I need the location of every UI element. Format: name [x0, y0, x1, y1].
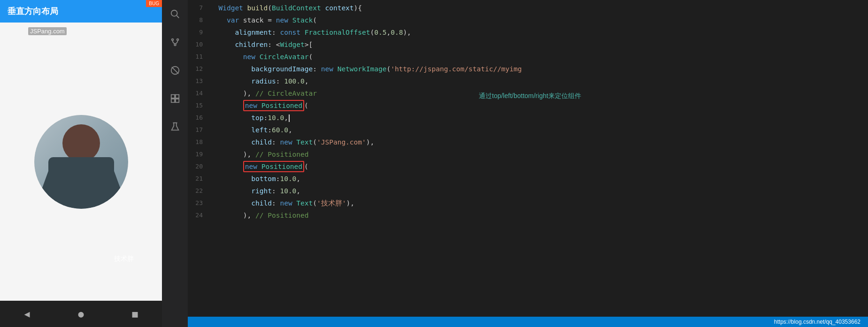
- new-positioned-highlight: new Positioned: [243, 161, 304, 172]
- line-content: child: new Text('技术胖'),: [210, 197, 868, 209]
- line-content: new CircleAvatar(: [210, 51, 868, 63]
- tech-label: 技术胖: [114, 255, 134, 263]
- line-content: new Positioned(: [210, 99, 868, 112]
- back-button[interactable]: ◀: [24, 308, 30, 319]
- table-row: 7 Widget build(BuildContext context){: [188, 2, 868, 14]
- extensions-icon[interactable]: [166, 89, 184, 108]
- line-content: right: 10.0,: [210, 185, 868, 197]
- table-row: 22 right: 10.0,: [188, 185, 868, 197]
- avatar-circle: [34, 115, 128, 209]
- svg-point-0: [171, 10, 177, 16]
- line-content: Widget build(BuildContext context){: [210, 2, 868, 14]
- table-row: 24 ), // Positioned: [188, 209, 868, 221]
- home-button[interactable]: ●: [78, 308, 84, 319]
- line-number: 12: [188, 63, 210, 75]
- line-number: 11: [188, 51, 210, 63]
- line-content: radius: 100.0,: [210, 75, 868, 87]
- svg-rect-9: [171, 99, 174, 102]
- code-editor: 7 Widget build(BuildContext context){8 v…: [188, 0, 868, 327]
- bug-badge: BUG: [146, 0, 162, 7]
- jspang-label: JSPang.com: [28, 27, 67, 35]
- line-number: 9: [188, 26, 210, 38]
- line-number: 16: [188, 112, 210, 124]
- line-number: 8: [188, 14, 210, 26]
- line-number: 17: [188, 124, 210, 136]
- new-positioned-highlight: new Positioned: [243, 100, 304, 111]
- svg-point-2: [171, 39, 173, 41]
- line-number: 14: [188, 87, 210, 99]
- phone-header: 垂直方向布局 BUG: [0, 0, 162, 23]
- svg-rect-8: [175, 95, 178, 98]
- line-number: 10: [188, 38, 210, 51]
- phone-nav: ◀ ● ■: [0, 301, 162, 327]
- svg-line-1: [177, 15, 179, 18]
- line-number: 22: [188, 185, 210, 197]
- line-number: 7: [188, 2, 210, 14]
- person-silhouette: [34, 115, 128, 209]
- status-bar: https://blog.csdn.net/qq_40353662: [188, 317, 868, 327]
- phone-title: 垂直方向布局: [8, 6, 58, 17]
- table-row: 21 bottom:10.0,: [188, 173, 868, 185]
- line-content: ), // Positioned: [210, 148, 868, 160]
- table-row: 13 radius: 100.0,: [188, 75, 868, 87]
- flask-icon[interactable]: [166, 117, 184, 136]
- source-control-icon[interactable]: [166, 33, 184, 52]
- status-url: https://blog.csdn.net/qq_40353662: [774, 319, 860, 325]
- svg-rect-7: [171, 95, 174, 98]
- table-row: 17 left:60.0,: [188, 124, 868, 136]
- line-number: 18: [188, 136, 210, 148]
- line-number: 23: [188, 197, 210, 209]
- line-content: bottom:10.0,: [210, 173, 868, 185]
- svg-point-3: [177, 39, 178, 41]
- svg-line-6: [171, 67, 178, 74]
- line-number: 19: [188, 148, 210, 160]
- table-row: 19 ), // Positioned: [188, 148, 868, 160]
- recent-button[interactable]: ■: [132, 308, 138, 319]
- table-row: 9 alignment: const FractionalOffset(0.5,…: [188, 26, 868, 38]
- table-row: 14 ), // CircleAvatar: [188, 87, 868, 99]
- code-lines: 7 Widget build(BuildContext context){8 v…: [188, 0, 868, 327]
- phone-panel: 垂直方向布局 BUG JSPang.com 技术胖 ◀ ● ■: [0, 0, 162, 327]
- line-content: alignment: const FractionalOffset(0.5,0.…: [210, 26, 868, 38]
- table-row: 20 new Positioned(: [188, 160, 868, 173]
- line-number: 24: [188, 209, 210, 221]
- table-row: 15 new Positioned(: [188, 99, 868, 112]
- cursor: [289, 114, 290, 122]
- line-content: top:10.0,: [210, 112, 868, 124]
- no-icon[interactable]: [166, 61, 184, 80]
- search-icon[interactable]: [166, 5, 184, 23]
- phone-content: JSPang.com 技术胖: [0, 23, 162, 301]
- line-number: 21: [188, 173, 210, 185]
- line-content: child: new Text('JSPang.com'),: [210, 136, 868, 148]
- line-number: 15: [188, 99, 210, 112]
- line-content: children: <Widget>[: [210, 38, 868, 51]
- line-content: ), // CircleAvatar: [210, 87, 868, 99]
- person-body: [48, 157, 114, 209]
- table-row: 10 children: <Widget>[: [188, 38, 868, 51]
- svg-point-4: [174, 44, 176, 46]
- person-head: [62, 124, 100, 162]
- table-row: 16 top:10.0,: [188, 112, 868, 124]
- line-number: 13: [188, 75, 210, 87]
- table-row: 12 backgroundImage: new NetworkImage('ht…: [188, 63, 868, 75]
- table-row: 11 new CircleAvatar(: [188, 51, 868, 63]
- svg-rect-10: [175, 99, 178, 102]
- table-row: 23 child: new Text('技术胖'),: [188, 197, 868, 209]
- line-number: 20: [188, 160, 210, 173]
- table-row: 8 var stack = new Stack(: [188, 14, 868, 26]
- line-content: backgroundImage: new NetworkImage('http:…: [210, 63, 868, 75]
- line-content: new Positioned(: [210, 160, 868, 173]
- table-row: 18 child: new Text('JSPang.com'),: [188, 136, 868, 148]
- sidebar: [162, 0, 188, 327]
- line-content: ), // Positioned: [210, 209, 868, 221]
- line-content: var stack = new Stack(: [210, 14, 868, 26]
- avatar-container: [34, 115, 128, 209]
- line-content: left:60.0,: [210, 124, 868, 136]
